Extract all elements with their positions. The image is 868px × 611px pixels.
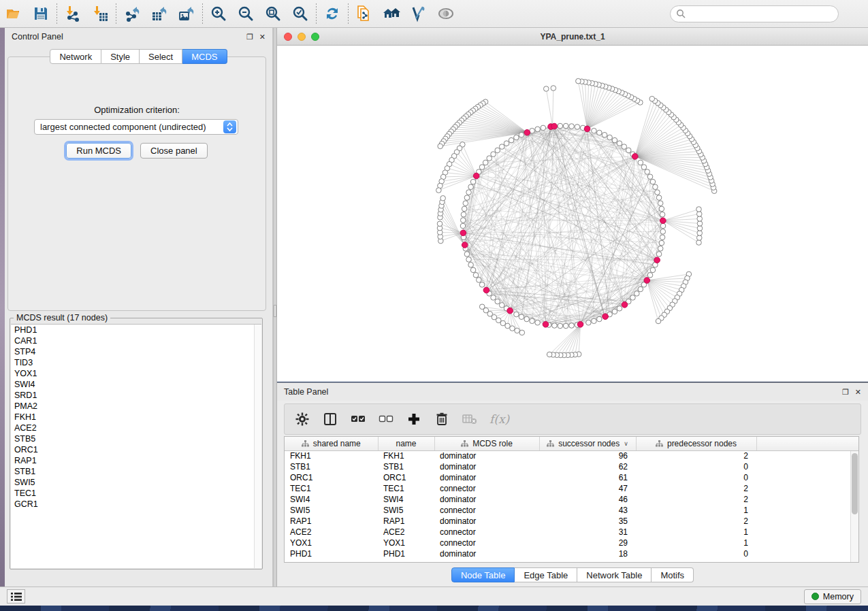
table-row[interactable]: TEC1TEC1connector472: [285, 483, 858, 494]
graph-node[interactable]: [656, 252, 662, 257]
mcds-result-item[interactable]: CAR1: [11, 335, 261, 346]
show-hide-panel-icon[interactable]: [432, 1, 460, 26]
graph-mcds-hub-node[interactable]: [660, 218, 666, 224]
graph-node[interactable]: [504, 141, 509, 146]
graph-node[interactable]: [612, 309, 617, 314]
graph-node[interactable]: [464, 252, 470, 257]
graph-node[interactable]: [638, 286, 643, 292]
graph-leaf-node[interactable]: [696, 235, 702, 241]
graph-leaf-node[interactable]: [696, 240, 702, 246]
mcds-result-item[interactable]: PMA2: [11, 401, 261, 412]
import-network-icon[interactable]: [59, 1, 86, 26]
search-field[interactable]: [670, 5, 839, 22]
share-document-icon[interactable]: [351, 1, 378, 26]
graph-node[interactable]: [647, 272, 653, 278]
graph-node[interactable]: [499, 303, 504, 308]
graph-mcds-hub-node[interactable]: [551, 123, 558, 129]
graph-node[interactable]: [535, 320, 541, 325]
import-table-icon[interactable]: [86, 1, 114, 26]
mcds-result-item[interactable]: PHD1: [11, 325, 261, 335]
mcds-result-item[interactable]: STB1: [11, 466, 261, 477]
column-header-shared-name[interactable]: shared name: [285, 437, 378, 450]
graph-node[interactable]: [634, 291, 640, 297]
graph-node[interactable]: [659, 240, 664, 246]
show-task-history-button[interactable]: [7, 589, 25, 604]
tab-edge-table[interactable]: Edge Table: [515, 567, 577, 582]
graph-node[interactable]: [473, 272, 479, 278]
mcds-result-item[interactable]: YOX1: [11, 368, 261, 379]
split-handle[interactable]: [274, 305, 276, 317]
graph-node[interactable]: [462, 206, 467, 212]
export-image-icon[interactable]: [173, 1, 200, 26]
graph-node[interactable]: [558, 323, 563, 329]
mcds-list-scrollbar[interactable]: [254, 325, 261, 568]
graph-node[interactable]: [468, 262, 474, 267]
graph-node[interactable]: [524, 316, 530, 322]
graph-node[interactable]: [563, 123, 568, 129]
table-row[interactable]: SWI4SWI4dominator462: [285, 494, 858, 505]
graph-leaf-node[interactable]: [510, 326, 515, 331]
graph-leaf-node[interactable]: [697, 221, 703, 227]
graph-mcds-hub-node[interactable]: [524, 129, 530, 135]
graph-node[interactable]: [530, 318, 535, 324]
graph-node[interactable]: [514, 135, 519, 140]
graph-node[interactable]: [656, 195, 662, 201]
graph-leaf-node[interactable]: [551, 86, 556, 91]
hide-annotations-icon[interactable]: [405, 1, 432, 26]
graph-node[interactable]: [638, 160, 643, 165]
graph-leaf-node[interactable]: [440, 195, 446, 201]
memory-button[interactable]: Memory: [804, 589, 861, 604]
graph-node[interactable]: [495, 299, 500, 304]
tab-mcds[interactable]: MCDS: [182, 49, 227, 64]
column-header-successor-nodes[interactable]: successor nodes∨: [539, 437, 636, 450]
graph-node[interactable]: [660, 229, 666, 235]
refresh-icon[interactable]: [319, 1, 346, 26]
graph-mcds-hub-node[interactable]: [622, 302, 628, 308]
zoom-in-icon[interactable]: [205, 1, 232, 26]
graph-leaf-node[interactable]: [436, 188, 442, 193]
column-header-predecessor-nodes[interactable]: predecessor nodes: [636, 437, 756, 450]
deselect-all-checkboxes-icon[interactable]: [378, 411, 394, 427]
graph-leaf-node[interactable]: [543, 86, 549, 92]
mcds-result-item[interactable]: TID3: [11, 357, 261, 368]
graph-mcds-hub-node[interactable]: [632, 154, 638, 160]
graph-node[interactable]: [660, 223, 666, 229]
graph-leaf-node[interactable]: [515, 328, 520, 333]
table-row[interactable]: SWI5SWI5connector431: [285, 505, 858, 516]
graph-node[interactable]: [535, 127, 541, 132]
table-row[interactable]: PHD1PHD1dominator180: [285, 548, 858, 559]
mcds-result-item[interactable]: ACE2: [11, 423, 261, 433]
graph-node[interactable]: [647, 174, 653, 180]
graph-node[interactable]: [499, 144, 504, 150]
graph-node[interactable]: [592, 128, 597, 133]
graph-node[interactable]: [660, 212, 665, 217]
graph-leaf-node[interactable]: [437, 221, 443, 227]
graph-node[interactable]: [569, 124, 575, 129]
graph-node[interactable]: [470, 267, 476, 273]
graph-node[interactable]: [575, 125, 580, 130]
graph-node[interactable]: [468, 184, 474, 190]
search-input[interactable]: [686, 7, 838, 21]
export-network-icon[interactable]: [118, 1, 146, 26]
graph-node[interactable]: [463, 201, 468, 206]
graph-node[interactable]: [626, 148, 631, 153]
graph-leaf-node[interactable]: [696, 212, 702, 217]
close-panel-icon[interactable]: ✕: [855, 389, 861, 396]
graph-node[interactable]: [558, 123, 563, 129]
graph-leaf-node[interactable]: [547, 352, 552, 357]
graph-node[interactable]: [597, 130, 602, 135]
maximize-window-icon[interactable]: [311, 33, 319, 41]
export-table-icon[interactable]: [146, 1, 173, 26]
graph-node[interactable]: [464, 195, 470, 201]
tab-style[interactable]: Style: [101, 49, 140, 64]
graph-node[interactable]: [519, 314, 524, 320]
table-scrollbar[interactable]: [850, 451, 858, 562]
float-panel-icon[interactable]: ❐: [842, 389, 849, 396]
graph-leaf-node[interactable]: [649, 96, 655, 101]
table-row[interactable]: RAP1RAP1dominator352: [285, 516, 858, 527]
minimize-window-icon[interactable]: [298, 33, 306, 41]
graph-node[interactable]: [586, 320, 592, 325]
close-panel-icon[interactable]: ✕: [259, 33, 266, 41]
graph-node[interactable]: [660, 235, 665, 240]
add-column-icon[interactable]: [406, 411, 422, 427]
